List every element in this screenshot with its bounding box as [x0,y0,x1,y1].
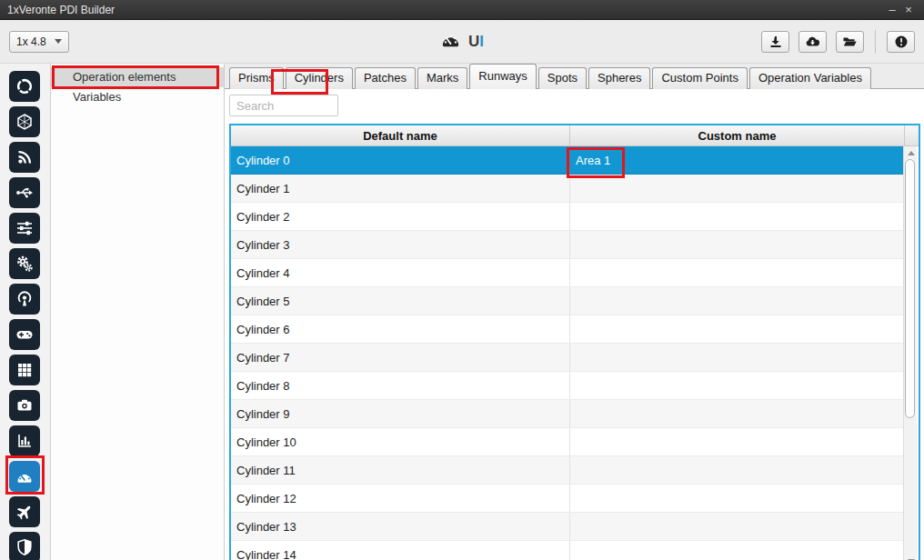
close-button[interactable]: × [900,2,917,18]
device-selector-dropdown[interactable]: 1x 4.8 [9,31,69,53]
download-button[interactable] [761,31,789,53]
sidebar-item-plane[interactable] [9,496,40,527]
page-title: UI [468,33,484,51]
cell-default-name: Cylinder 11 [231,456,570,484]
cell-default-name: Cylinder 7 [231,344,570,371]
cell-default-name: Cylinder 1 [231,175,570,202]
content-area: Prisms Cylinders Patches Marks Runways S… [225,64,924,560]
table-row[interactable]: Cylinder 13 [231,513,905,541]
cell-custom-name [570,456,905,484]
table-row[interactable]: Cylinder 6 [231,315,905,344]
sidebar-item-ring[interactable] [9,71,40,102]
sidebar-item-sliders[interactable] [9,213,40,244]
table-row[interactable]: Cylinder 8 [231,372,905,400]
cell-custom-name [570,513,905,540]
menu-item-variables[interactable]: Variables [51,87,224,107]
rss-icon [15,148,34,166]
toolbar: 1x 4.8 UI [0,20,924,64]
cell-custom-name [570,400,905,427]
sidebar-item-hil[interactable] [9,425,40,456]
sidebar-item-safety[interactable] [9,532,40,560]
cell-default-name: Cylinder 12 [231,485,570,512]
column-header-custom-name[interactable]: Custom name [570,125,905,145]
sidebar-item-ui-gauge[interactable] [9,461,40,492]
cloud-download-icon [805,35,820,49]
toolbar-separator [875,30,876,54]
cell-default-name: Cylinder 8 [231,372,570,399]
table-header: Default name Custom name [231,125,919,146]
menu-item-operation-elements[interactable]: Operation elements [51,67,224,87]
camera-icon [15,396,34,415]
table-row[interactable]: Cylinder 14 [231,541,905,560]
table-row[interactable]: Cylinder 4 [231,259,905,287]
tab-content: Default name Custom name Cylinder 0 Area… [225,89,924,560]
table-row[interactable]: Cylinder 9 [231,400,905,428]
scrollbar-thumb[interactable] [905,159,915,418]
tab-spheres[interactable]: Spheres [588,67,650,89]
column-header-scroll-stub [905,125,919,145]
gears-icon [15,255,34,273]
tab-custom-points[interactable]: Custom Points [652,67,748,89]
cell-custom-name [570,287,905,315]
plane-icon [15,503,34,521]
table-scrollbar[interactable] [903,146,917,560]
shield-icon [15,538,34,556]
table-row[interactable]: Cylinder 2 [231,203,905,231]
gamepad-icon [15,325,34,344]
device-selector-value: 1x 4.8 [16,35,46,48]
tab-cylinders[interactable]: Cylinders [286,67,353,89]
sidebar-item-hexagon-mesh[interactable] [9,106,40,137]
sidebar-item-connections[interactable] [9,177,40,208]
cell-default-name: Cylinder 10 [231,428,570,455]
cell-custom-name [570,315,905,343]
table-row[interactable]: Cylinder 0 Area 1 [231,146,905,175]
search-input[interactable] [229,95,338,116]
sidebar-item-blocks[interactable] [9,355,40,385]
cell-default-name: Cylinder 4 [231,259,570,286]
sidebar-item-gears[interactable] [9,248,40,279]
cell-default-name: Cylinder 3 [231,231,570,258]
window-title: 1xVeronte PDI Builder [7,4,884,16]
open-file-button[interactable] [836,31,864,53]
sidebar-item-antenna[interactable] [9,284,40,315]
cell-custom-name [570,485,905,512]
cell-custom-name [570,203,905,230]
sidebar-item-stick[interactable] [9,319,40,350]
minimize-button[interactable]: – [884,2,900,18]
cell-default-name: Cylinder 5 [231,287,570,315]
tab-spots[interactable]: Spots [538,67,587,89]
tab-prisms[interactable]: Prisms [229,67,284,89]
cell-custom-name [570,428,905,455]
info-button[interactable] [887,31,915,53]
tab-patches[interactable]: Patches [355,67,416,89]
tab-bar: Prisms Cylinders Patches Marks Runways S… [225,64,924,89]
table-row[interactable]: Cylinder 7 [231,344,905,372]
usb-icon [15,184,34,202]
gauge-icon [15,467,34,485]
scroll-up-icon[interactable] [904,146,918,159]
tab-runways[interactable]: Runways [469,64,536,89]
sidebar-item-camera[interactable] [9,390,40,421]
tab-operation-variables[interactable]: Operation Variables [749,67,871,89]
cell-default-name: Cylinder 13 [231,513,570,540]
table-rows: Cylinder 0 Area 1 Cylinder 1 Cylinder 2 [231,146,919,560]
cell-custom-name [570,231,905,258]
cloud-upload-button[interactable] [798,31,827,53]
sidebar-item-telemetry[interactable] [9,142,40,173]
cell-default-name: Cylinder 9 [231,400,570,427]
table-row[interactable]: Cylinder 1 [231,175,905,203]
cell-custom-name [570,175,905,202]
tab-marks[interactable]: Marks [417,67,467,89]
table-row[interactable]: Cylinder 5 [231,287,905,315]
scroll-down-icon[interactable] [904,555,918,560]
column-header-default-name[interactable]: Default name [231,125,570,145]
table-row[interactable]: Cylinder 3 [231,231,905,259]
sliders-icon [15,219,34,237]
table-row[interactable]: Cylinder 10 [231,428,905,456]
cell-custom-name [570,259,905,286]
gauge-icon [440,29,461,54]
open-folder-icon [842,35,858,49]
table-row[interactable]: Cylinder 12 [231,485,905,513]
cell-default-name: Cylinder 0 [231,146,570,174]
table-row[interactable]: Cylinder 11 [231,456,905,485]
